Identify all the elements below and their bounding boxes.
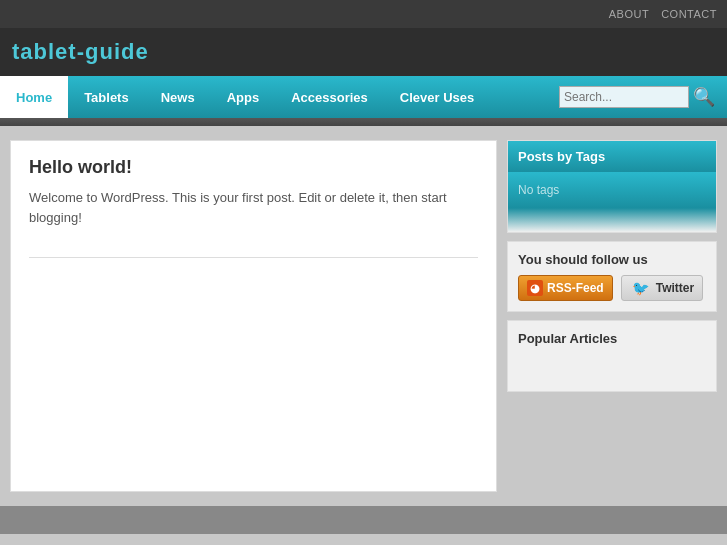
nav-item-news[interactable]: News [145, 76, 211, 118]
posts-by-tags-header: Posts by Tags [508, 141, 716, 172]
sidebar: Posts by Tags No tags You should follow … [507, 140, 717, 492]
nav-bar: Home Tablets News Apps Accessories Cleve… [0, 76, 727, 118]
site-header: tablet-guide [0, 28, 727, 76]
follow-us-body: You should follow us ◕ RSS-Feed 🐦 Twitte… [508, 242, 716, 311]
search-input[interactable] [559, 86, 689, 108]
follow-buttons: ◕ RSS-Feed 🐦 Twitter [518, 275, 706, 301]
content-wrapper: Hello world! Welcome to WordPress. This … [0, 126, 727, 506]
nav-item-tablets[interactable]: Tablets [68, 76, 145, 118]
popular-articles-widget: Popular Articles [507, 320, 717, 392]
search-button[interactable]: 🔍 [689, 84, 719, 110]
nav-item-clever-uses[interactable]: Clever Uses [384, 76, 490, 118]
about-link[interactable]: ABOUT [609, 8, 649, 20]
search-icon: 🔍 [693, 87, 715, 107]
posts-by-tags-widget: Posts by Tags No tags [507, 140, 717, 233]
rss-label: RSS-Feed [547, 281, 604, 295]
contact-link[interactable]: CONTACT [661, 8, 717, 20]
page-footer [0, 506, 727, 534]
no-tags-label: No tags [518, 183, 559, 197]
popular-articles-body: Popular Articles [508, 321, 716, 391]
post-title: Hello world! [29, 157, 478, 178]
rss-feed-button[interactable]: ◕ RSS-Feed [518, 275, 613, 301]
top-bar: ABOUT CONTACT [0, 0, 727, 28]
nav-item-accessories[interactable]: Accessories [275, 76, 384, 118]
post-divider [29, 257, 478, 258]
follow-us-title: You should follow us [518, 252, 706, 267]
twitter-icon: 🐦 [630, 280, 652, 296]
main-content: Hello world! Welcome to WordPress. This … [10, 140, 497, 492]
nav-search-area: 🔍 [559, 84, 727, 110]
nav-item-apps[interactable]: Apps [211, 76, 276, 118]
site-title[interactable]: tablet-guide [12, 39, 149, 65]
popular-articles-title: Popular Articles [518, 331, 706, 346]
twitter-label: Twitter [656, 281, 694, 295]
follow-us-widget: You should follow us ◕ RSS-Feed 🐦 Twitte… [507, 241, 717, 312]
rss-icon: ◕ [527, 280, 543, 296]
post-body: Welcome to WordPress. This is your first… [29, 188, 478, 227]
twitter-button[interactable]: 🐦 Twitter [621, 275, 703, 301]
nav-item-home[interactable]: Home [0, 76, 68, 118]
tags-body: No tags [508, 172, 716, 232]
sub-bar [0, 118, 727, 126]
